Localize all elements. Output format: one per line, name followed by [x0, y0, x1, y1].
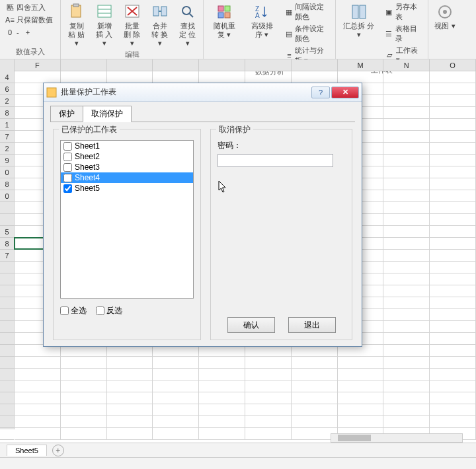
invert-checkbox[interactable]: 反选	[96, 305, 122, 316]
cell[interactable]	[61, 71, 107, 83]
interval-color-button[interactable]: ▦间隔设定颜色	[283, 1, 333, 22]
row-header[interactable]	[0, 357, 14, 369]
cell[interactable]	[383, 214, 430, 225]
cell[interactable]	[338, 416, 384, 427]
cell[interactable]	[430, 166, 476, 178]
column-header[interactable]: O	[430, 59, 476, 71]
cell[interactable]	[383, 250, 430, 261]
cell[interactable]	[430, 380, 476, 392]
save-sheet-button[interactable]: ▣另存本表	[382, 1, 425, 22]
cell[interactable]	[292, 404, 338, 415]
sheet-checkbox[interactable]	[63, 142, 72, 151]
cell[interactable]	[199, 428, 245, 439]
row-header[interactable]	[0, 404, 14, 416]
tab-protect[interactable]: 保护	[50, 106, 83, 122]
tab-unprotect[interactable]: 取消保护	[83, 106, 132, 122]
cell[interactable]	[61, 392, 107, 404]
cell[interactable]	[383, 380, 430, 392]
cond-color-button[interactable]: ▤条件设定颜色	[283, 23, 333, 44]
row-header[interactable]	[0, 369, 14, 380]
cell[interactable]	[199, 416, 245, 427]
row-header[interactable]	[0, 416, 14, 428]
cell[interactable]	[153, 428, 199, 439]
cell[interactable]	[430, 285, 476, 297]
row-header[interactable]	[0, 262, 14, 273]
random-dup-button[interactable]: 随机重 复 ▾	[206, 1, 243, 40]
cell[interactable]	[430, 95, 476, 106]
sheet-toc-button[interactable]: ☰表格目录	[382, 23, 425, 44]
cell[interactable]	[245, 357, 292, 368]
cell[interactable]	[430, 71, 476, 83]
cell[interactable]	[61, 416, 107, 427]
cell[interactable]	[430, 155, 476, 166]
cell[interactable]	[199, 369, 245, 380]
cell[interactable]	[383, 369, 430, 380]
row-header[interactable]	[0, 214, 14, 226]
row-header[interactable]: 2	[0, 143, 14, 155]
column-header[interactable]	[107, 59, 153, 71]
sheet-list-item[interactable]: Sheet3	[61, 162, 193, 172]
cell[interactable]	[292, 369, 338, 380]
cell[interactable]	[245, 416, 292, 427]
split-merge-button[interactable]: 汇总拆 分 ▾	[338, 1, 379, 40]
decimal-buttons[interactable]: 0- +	[3, 26, 58, 38]
cell[interactable]	[338, 380, 384, 392]
merge-convert-button[interactable]: 合并转 换 ▾	[147, 1, 173, 49]
column-header[interactable]	[61, 59, 107, 71]
cell[interactable]	[15, 404, 61, 415]
cell[interactable]	[107, 357, 153, 368]
row-header[interactable]	[0, 285, 14, 297]
row-header[interactable]: 4	[0, 71, 14, 83]
column-header[interactable]: F	[15, 59, 61, 71]
cell[interactable]	[153, 392, 199, 404]
cell[interactable]	[292, 357, 338, 368]
cell[interactable]	[383, 392, 430, 404]
cell[interactable]	[292, 392, 338, 404]
cell[interactable]	[383, 166, 430, 178]
cell[interactable]	[430, 83, 476, 94]
cell[interactable]	[383, 202, 430, 213]
sheet-list-item[interactable]: Sheet5	[61, 183, 193, 194]
close-button[interactable]: ✕	[331, 87, 359, 98]
row-header[interactable]: 0	[0, 190, 14, 202]
cell[interactable]	[153, 380, 199, 392]
row-header[interactable]	[0, 333, 14, 345]
cell[interactable]	[153, 71, 199, 83]
cell[interactable]	[430, 202, 476, 213]
cell[interactable]	[338, 71, 384, 83]
cell[interactable]	[430, 321, 476, 332]
cell[interactable]	[430, 273, 476, 285]
cell[interactable]	[15, 392, 61, 404]
cell[interactable]	[430, 392, 476, 404]
row-header[interactable]	[0, 202, 14, 214]
cell[interactable]	[383, 297, 430, 308]
row-header[interactable]	[0, 428, 14, 440]
cell[interactable]	[383, 143, 430, 154]
cell[interactable]	[107, 428, 153, 439]
cell[interactable]	[107, 416, 153, 427]
row-header[interactable]: 1	[0, 119, 14, 131]
sheet-list-item[interactable]: Sheet4	[61, 172, 193, 183]
horizontal-scrollbar[interactable]	[331, 433, 463, 443]
row-header[interactable]	[0, 321, 14, 333]
cell[interactable]	[383, 309, 430, 320]
cell[interactable]	[383, 404, 430, 415]
column-header[interactable]: M	[338, 59, 384, 71]
insert-button[interactable]: 新增插 入 ▾	[91, 1, 118, 49]
password-input[interactable]	[218, 154, 333, 167]
exit-button[interactable]: 退出	[288, 317, 336, 333]
row-header[interactable]: 8	[0, 178, 14, 190]
sheet-checkbox[interactable]	[63, 163, 72, 172]
cell[interactable]	[107, 392, 153, 404]
cell[interactable]	[383, 357, 430, 368]
cell[interactable]	[61, 369, 107, 380]
cell[interactable]	[153, 357, 199, 368]
row-header[interactable]	[0, 273, 14, 285]
cell[interactable]	[199, 404, 245, 415]
cell[interactable]	[430, 214, 476, 225]
row-header[interactable]: 2	[0, 95, 14, 107]
cell[interactable]	[199, 357, 245, 368]
cell[interactable]	[430, 345, 476, 356]
copy-paste-button[interactable]: 复制粘 贴 ▾	[63, 1, 90, 49]
cell[interactable]	[430, 226, 476, 237]
